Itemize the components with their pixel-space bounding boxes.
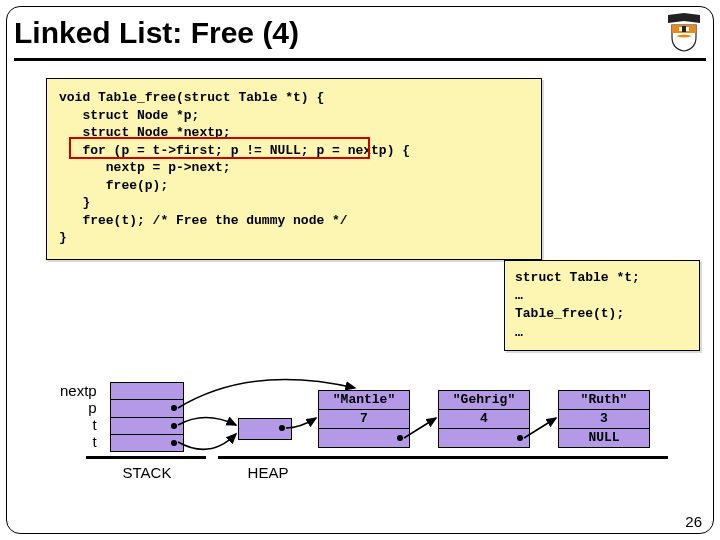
- code-listing: void Table_free(struct Table *t) { struc…: [46, 78, 542, 260]
- title-bar: Linked List: Free (4): [14, 8, 706, 61]
- stack-var: t: [60, 433, 97, 450]
- stack-row: [111, 383, 183, 400]
- list-node-ruth: "Ruth" 3 NULL: [558, 390, 650, 448]
- node-next: [319, 429, 409, 447]
- stack-row: [111, 400, 183, 417]
- table-node: [238, 418, 292, 440]
- stack-var: nextp: [60, 382, 97, 399]
- node-val: 4: [439, 410, 529, 429]
- stack-variable-labels: nextp p t t: [60, 382, 97, 450]
- node-key: "Ruth": [559, 391, 649, 410]
- node-key: "Mantle": [319, 391, 409, 410]
- stack-frame: [110, 382, 184, 452]
- node-val: 3: [559, 410, 649, 429]
- stack-baseline: [86, 456, 206, 459]
- princeton-crest-icon: [662, 13, 706, 53]
- node-next: NULL: [559, 429, 649, 447]
- caller-listing: struct Table *t; … Table_free(t); …: [504, 260, 700, 351]
- stack-var: t: [60, 416, 97, 433]
- stack-var: p: [60, 399, 97, 416]
- page-number: 26: [685, 513, 702, 530]
- node-key: "Gehrig": [439, 391, 529, 410]
- heap-label: HEAP: [238, 464, 298, 481]
- heap-baseline: [218, 456, 668, 459]
- stack-row: [111, 418, 183, 435]
- stack-label: STACK: [112, 464, 182, 481]
- caller-text: struct Table *t; … Table_free(t); …: [515, 269, 689, 342]
- code-text: void Table_free(struct Table *t) { struc…: [59, 89, 529, 247]
- stack-row: [111, 435, 183, 451]
- page-title: Linked List: Free (4): [14, 16, 299, 50]
- memory-diagram: nextp p t t STACK "Mantle" 7 "Gehrig" 4 …: [0, 370, 720, 520]
- list-node-gehrig: "Gehrig" 4: [438, 390, 530, 448]
- node-next: [439, 429, 529, 447]
- svg-rect-1: [682, 26, 686, 32]
- list-node-mantle: "Mantle" 7: [318, 390, 410, 448]
- node-val: 7: [319, 410, 409, 429]
